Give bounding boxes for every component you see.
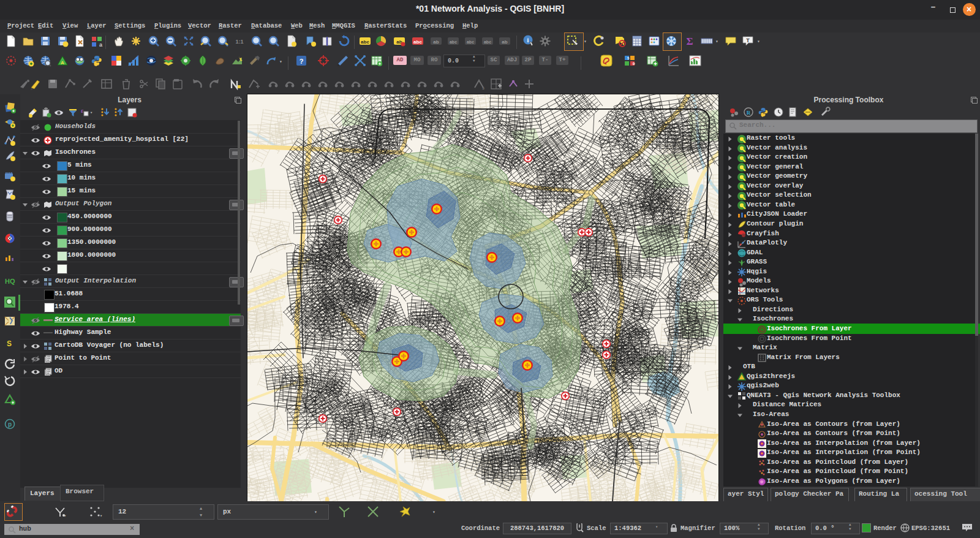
svg-text:T: T [746, 37, 750, 44]
svg-text:1:1: 1:1 [235, 39, 243, 45]
svg-text:p: p [8, 421, 12, 428]
svg-text:?: ? [300, 58, 304, 65]
svg-text:ab: ab [433, 39, 439, 45]
svg-text:a: a [99, 42, 103, 47]
svg-text:D: D [633, 62, 635, 66]
svg-text:abc: abc [450, 40, 457, 44]
svg-text:abc: abc [467, 40, 474, 44]
svg-text:ab: ab [502, 39, 507, 45]
svg-text:R: R [747, 110, 751, 116]
svg-text:i: i [527, 37, 529, 44]
svg-text:abc: abc [361, 39, 369, 45]
svg-text:Σ: Σ [686, 36, 693, 47]
svg-text:S: S [7, 339, 12, 348]
svg-text:abc: abc [484, 40, 491, 44]
svg-text:HQ: HQ [5, 278, 15, 285]
svg-text:ε: ε [81, 107, 84, 114]
svg-text:s: s [482, 86, 484, 90]
svg-text:S: S [627, 56, 630, 61]
svg-text:A: A [61, 60, 64, 66]
svg-text:abc: abc [413, 39, 422, 45]
